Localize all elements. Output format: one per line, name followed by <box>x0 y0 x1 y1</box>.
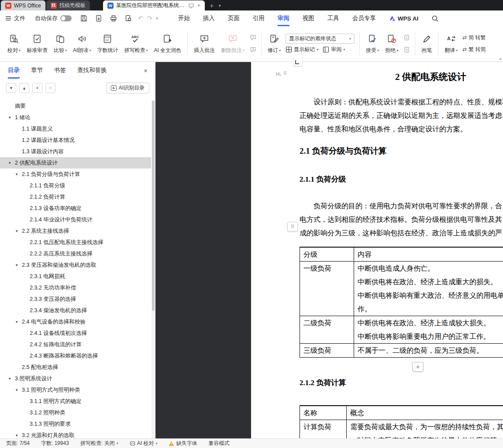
table-header-cell[interactable]: 内容 <box>354 247 503 262</box>
menu-insert[interactable]: 插入 <box>203 10 215 26</box>
spell-check-button[interactable]: ABC 拼写检查▾ <box>121 29 151 58</box>
tab-wps-home[interactable]: W WPS Office <box>1 0 45 10</box>
show-markup-button[interactable]: 显示标记 ▾ <box>286 46 318 53</box>
sidebar-tab-chapters[interactable]: 章节 <box>31 62 43 79</box>
word-count-indicator[interactable]: 字数: 19943 <box>41 440 69 447</box>
toc-item[interactable]: 1.2 课题设计基本情况 <box>0 134 151 146</box>
tab-document-active[interactable]: W 某医院住院部照明配电系统设... × <box>103 0 205 10</box>
next-comment-icon[interactable] <box>249 46 257 53</box>
ai-polish-button[interactable]: AI 全文润色 <box>151 29 184 58</box>
collapse-arrow-icon[interactable]: ▾ <box>16 229 22 233</box>
scrollbar-thumb[interactable] <box>152 100 155 311</box>
collapse-all-icon[interactable]: ▴ <box>19 83 29 93</box>
wps-ai-menu[interactable]: WPS AI <box>389 15 419 22</box>
print-preview-icon[interactable] <box>124 14 133 23</box>
track-changes-button[interactable]: 修订▾ <box>265 29 284 58</box>
next-revision-icon[interactable] <box>403 46 410 53</box>
to-simplified-button[interactable]: ⇄ 繁 转简 <box>462 46 486 53</box>
doc-paragraph-line[interactable]: 电容量、性质和地区供电条件，合理确定设计的方案。 <box>300 122 503 136</box>
collapse-arrow-icon[interactable]: ▾ <box>16 320 22 324</box>
toc-item[interactable]: 2.3.1 电网损耗 <box>0 271 151 282</box>
load-calculation-table[interactable]: 名称 概念 计算负荷 需要负荷或最大负荷，为一假想的持续性负荷，其 一时间内实际… <box>300 405 503 438</box>
toc-item[interactable]: ▾3.1 照明方式与照明种类 <box>0 384 151 396</box>
review-pane-button[interactable]: 审阅 ▾ <box>323 46 345 53</box>
ai-read-button[interactable]: AI朗读▾ <box>70 29 94 58</box>
toc-item[interactable]: ▾2.3 变压器和柴油发电机的选取 <box>0 259 151 271</box>
close-tab-icon[interactable]: × <box>197 3 200 9</box>
expand-all-icon[interactable]: ▾ <box>6 83 16 93</box>
menu-tools[interactable]: 工具 <box>327 10 339 26</box>
collapse-arrow-icon[interactable]: ▾ <box>9 161 15 165</box>
toc-item[interactable]: 2.2.1 低压配电系统主接线选择 <box>0 237 151 248</box>
document-canvas[interactable]: 2 供配电系统设计 设计原则：供配电系统设计需要根据工程的特点、性质、规模和 正… <box>155 62 503 438</box>
sidebar-tab-contents[interactable]: 目录 <box>8 62 20 79</box>
table-header-cell[interactable]: 名称 <box>300 406 347 420</box>
print-icon[interactable] <box>109 14 118 23</box>
compatibility-mode-indicator[interactable]: 兼容模式 <box>208 440 229 447</box>
table-cell[interactable]: 一级负荷 <box>300 262 354 316</box>
search-icon[interactable] <box>431 15 439 22</box>
close-sidebar-icon[interactable]: × <box>144 67 148 74</box>
table-cell[interactable]: 中断供电造成人身伤亡。 中断供电将在政治、经济上造成重大的损失。 中断供电将影响… <box>354 262 503 316</box>
menu-view[interactable]: 视图 <box>303 10 314 26</box>
autosave-toggle[interactable] <box>60 15 72 21</box>
doc-heading-chapter[interactable]: 2 供配电系统设计 <box>395 71 503 83</box>
zoom-out-toc-icon[interactable]: − <box>45 83 55 93</box>
insert-row-button[interactable]: + <box>412 362 424 372</box>
compare-button[interactable]: 比较▾ <box>51 29 70 58</box>
toc-item[interactable]: ▾2.2 系统主接线选择 <box>0 225 151 237</box>
toc-item[interactable]: ▾2.1 负荷分级与负荷计算 <box>0 169 151 180</box>
toc-item[interactable]: 2.1.1 负荷分级 <box>0 180 151 191</box>
toc-item[interactable]: 2.1.2 负荷计算 <box>0 191 151 203</box>
doc-heading-subsection[interactable]: 2.1.2 负荷计算 <box>300 378 503 388</box>
table-cell[interactable]: 不属于一、二级的负荷，应为三级负荷。 <box>354 344 503 358</box>
toc-item[interactable]: 摘要 <box>0 100 151 112</box>
toc-item[interactable]: 2.4.3 断路器和熔断器的选择 <box>0 350 151 362</box>
autosave-control[interactable]: 自动保存 <box>35 14 72 22</box>
ink-brush-button[interactable]: 画笔 <box>418 29 435 58</box>
toc-item[interactable]: 2.3.3 变压器的选择 <box>0 293 151 305</box>
doc-paragraph-line[interactable]: 设计原则：供配电系统设计需要根据工程的特点、性质、规模和 <box>300 95 503 109</box>
tab-template[interactable]: 找 找稿壳模板 <box>46 0 90 10</box>
toc-item[interactable]: 2.4.2 短路电流的计算 <box>0 339 151 350</box>
doc-heading-section[interactable]: 2.1 负荷分级与负荷计算 <box>300 145 503 157</box>
load-classification-table[interactable]: 分级 内容 一级负荷 中断供电造成人身伤亡。 中断供电将在政治、经济上造成重大的… <box>300 247 503 358</box>
accept-revision-button[interactable]: 接受▾ <box>363 29 382 58</box>
menu-home[interactable]: 开始 <box>178 10 190 26</box>
toc-item[interactable]: ▾3.照明系统设计 <box>0 373 151 384</box>
paragraph-drag-handle[interactable]: ⠿ <box>287 222 298 231</box>
doc-heading-subsection[interactable]: 2.1.1 负荷分级 <box>300 174 503 184</box>
table-cell[interactable]: 三级负荷 <box>300 344 354 358</box>
collapse-arrow-icon[interactable]: ▾ <box>16 388 22 392</box>
ai-proofread-status[interactable]: AI 校对 ▾ <box>130 440 158 447</box>
toc-item[interactable]: 3.1.3 照明的要求 <box>0 418 151 430</box>
toc-item[interactable]: ▾1 绪论 <box>0 112 151 123</box>
doc-paragraph-line[interactable]: 电方式，达到相应的经济技术指标。负荷分级根据供电可靠性及其 <box>300 213 503 226</box>
spellcheck-status[interactable]: 拼写检查: 关闭 ▾ <box>80 440 118 447</box>
toc-item[interactable]: 2.2.2 高压系统主接线选择 <box>0 248 151 259</box>
word-count-button[interactable]: 12 字数统计 <box>94 29 121 58</box>
toc-item[interactable]: 3.1.2 照明种类 <box>0 407 151 418</box>
table-cell[interactable]: 二级负荷 <box>300 316 354 344</box>
table-cell[interactable]: 计算负荷 <box>300 420 347 439</box>
sidebar-tab-find-replace[interactable]: 查找和替换 <box>77 62 107 79</box>
toc-item[interactable]: 2.3.2 无功功率补偿 <box>0 282 151 293</box>
zoom-in-toc-icon[interactable]: + <box>32 83 42 93</box>
missing-font-warning[interactable]: 缺失字体 <box>169 440 197 447</box>
save-icon[interactable] <box>79 14 88 23</box>
toc-item[interactable]: 3.1.1 照明方式的确定 <box>0 396 151 407</box>
previous-comment-icon[interactable] <box>249 34 257 41</box>
table-header-cell[interactable]: 概念 <box>347 406 503 420</box>
proofread-button[interactable]: 校对▾ <box>4 29 24 58</box>
export-pdf-icon[interactable] <box>94 14 103 23</box>
undo-history-caret-icon[interactable]: ▾ <box>156 16 158 21</box>
table-cell[interactable]: 需要负荷或最大负荷，为一假想的持续性负荷，其 一时间内实际变动负荷所产生的最大热… <box>347 420 503 439</box>
toc-item[interactable]: 1.1 课题意义 <box>0 123 151 134</box>
menu-review-active[interactable]: 审阅 <box>278 10 289 26</box>
file-menu-button[interactable]: 文件 <box>5 14 25 22</box>
page-indicator[interactable]: 页面: 7/54 <box>6 440 30 447</box>
toc-item[interactable]: 2.1.4 毕业设计中负荷统计 <box>0 214 151 225</box>
toc-item-selected[interactable]: ▾2 供配电系统设计 <box>0 157 151 169</box>
share-screen-icon[interactable] <box>189 3 194 8</box>
new-tab-button[interactable]: + <box>210 1 214 10</box>
